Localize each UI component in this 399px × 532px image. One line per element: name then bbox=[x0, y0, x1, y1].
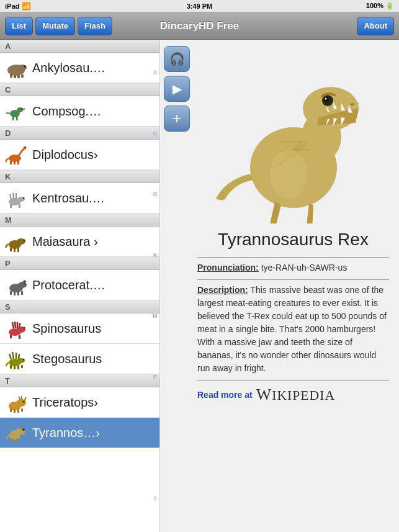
svg-rect-12 bbox=[16, 117, 18, 120]
svg-rect-40 bbox=[10, 335, 12, 338]
list-button[interactable]: List bbox=[5, 17, 33, 35]
svg-point-32 bbox=[24, 282, 26, 284]
kentrosaurus-label: Kentrosau.… bbox=[32, 191, 153, 205]
read-more-link[interactable]: Read more at bbox=[197, 390, 253, 400]
list-item-compsognathus[interactable]: Compsog.… bbox=[0, 96, 159, 127]
maiasaura-icon bbox=[5, 230, 27, 253]
mutate-button[interactable]: Mutate bbox=[35, 17, 75, 35]
protoceratops-svg bbox=[5, 274, 27, 296]
scroll-t[interactable]: T bbox=[153, 496, 157, 502]
wifi-icon: 📶 bbox=[22, 2, 31, 11]
diplodocus-icon bbox=[5, 143, 27, 166]
list-item-maiasaura[interactable]: Maiasaura › bbox=[0, 227, 159, 257]
nav-bar: List Mutate Flash DincaryHD Free About bbox=[0, 12, 399, 40]
wikipedia-link-row: Read more at WIKIPEDIA bbox=[197, 385, 389, 404]
tyrannosaurus-label: Tyrannos…› bbox=[32, 426, 153, 440]
svg-rect-23 bbox=[19, 204, 20, 208]
detail-content: Tyrannosaurus Rex Pronunciation: tye-RAN… bbox=[160, 40, 399, 532]
svg-rect-52 bbox=[10, 408, 12, 412]
ankylosaurus-icon bbox=[5, 56, 27, 79]
svg-rect-41 bbox=[19, 335, 20, 339]
battery-icon: 🔋 bbox=[385, 2, 394, 9]
section-header-d: D bbox=[0, 127, 159, 140]
compsognathus-icon bbox=[5, 100, 27, 122]
action-bar: 🎧 ▶ + bbox=[160, 40, 194, 138]
scroll-p[interactable]: P bbox=[153, 374, 157, 380]
ipad-label: iPad bbox=[5, 2, 19, 10]
status-bar: iPad 📶 3:49 PM 100% 🔋 bbox=[0, 0, 399, 12]
triceratops-label: Triceratops› bbox=[32, 395, 153, 410]
svg-rect-35 bbox=[17, 292, 19, 295]
description-row: Description: This massive beast was one … bbox=[197, 284, 389, 375]
scroll-c[interactable]: C bbox=[153, 131, 158, 137]
stegosaurus-icon bbox=[5, 348, 27, 370]
description-value: This massive beast was one of the larges… bbox=[197, 285, 387, 373]
protoceratops-label: Protocerat.… bbox=[32, 278, 153, 292]
svg-point-68 bbox=[270, 149, 307, 199]
pronunciation-row: Pronunciation: tye-RAN-uh-SAWR-us bbox=[197, 261, 389, 274]
stegosaurus-svg bbox=[5, 348, 27, 370]
pronunciation-value: tye-RAN-uh-SAWR-us bbox=[259, 263, 347, 273]
list-item-ankylosaurus[interactable]: Ankylosau.… bbox=[0, 53, 159, 83]
scroll-d[interactable]: D bbox=[153, 192, 158, 197]
list-item-spinosaurus[interactable]: Spinosaurus bbox=[0, 313, 159, 344]
wikipedia-wordmark[interactable]: WIKIPEDIA bbox=[256, 385, 335, 404]
scroll-m[interactable]: M bbox=[153, 313, 158, 319]
sidebar: A Ankylosau.… C bbox=[0, 40, 160, 532]
svg-rect-11 bbox=[12, 117, 14, 120]
section-header-a: A bbox=[0, 40, 159, 53]
svg-rect-17 bbox=[14, 161, 16, 165]
svg-rect-16 bbox=[10, 161, 12, 165]
stegosaurus-label: Stegosaurus bbox=[32, 352, 153, 366]
flash-button[interactable]: Flash bbox=[78, 17, 112, 35]
section-header-p: P bbox=[0, 257, 159, 270]
svg-point-51 bbox=[23, 401, 25, 403]
triceratops-svg bbox=[5, 391, 27, 413]
diplodocus-svg bbox=[5, 143, 27, 166]
svg-rect-27 bbox=[10, 248, 12, 251]
svg-rect-48 bbox=[21, 365, 23, 368]
scroll-s[interactable]: S bbox=[153, 435, 157, 441]
svg-rect-29 bbox=[17, 248, 19, 252]
divider-1 bbox=[197, 257, 389, 258]
list-item-stegosaurus[interactable]: Stegosaurus bbox=[0, 344, 159, 374]
svg-rect-6 bbox=[21, 74, 24, 78]
scroll-k[interactable]: K bbox=[153, 253, 157, 258]
spinosaurus-icon bbox=[5, 317, 27, 340]
svg-rect-22 bbox=[10, 204, 12, 208]
svg-rect-36 bbox=[21, 291, 23, 295]
section-header-t: T bbox=[0, 374, 159, 387]
list-item-triceratops[interactable]: Triceratops› bbox=[0, 387, 159, 418]
list-item-diplodocus[interactable]: Diplodocus› bbox=[0, 140, 159, 170]
add-button[interactable]: + bbox=[164, 106, 190, 132]
svg-point-44 bbox=[23, 359, 25, 361]
scroll-a[interactable]: A bbox=[153, 70, 157, 76]
svg-rect-53 bbox=[14, 409, 16, 413]
pronunciation-label: Pronunciation: bbox=[197, 263, 259, 273]
battery-label: 100% bbox=[366, 2, 383, 9]
divider-3 bbox=[197, 380, 389, 381]
protoceratops-icon bbox=[5, 274, 27, 296]
play-button[interactable]: ▶ bbox=[164, 76, 190, 102]
compsognathus-svg bbox=[5, 100, 27, 122]
svg-point-67 bbox=[351, 103, 354, 106]
scroll-index: A C D K M P S T bbox=[151, 40, 159, 532]
about-button[interactable]: About bbox=[357, 17, 394, 35]
status-left: iPad 📶 bbox=[5, 2, 31, 11]
nav-title: DincaryHD Free bbox=[160, 20, 240, 32]
svg-rect-18 bbox=[17, 161, 19, 165]
section-header-k: K bbox=[0, 170, 159, 183]
list-item-tyrannosaurus[interactable]: Tyrannos…› bbox=[0, 418, 159, 448]
list-item-kentrosaurus[interactable]: Kentrosau.… bbox=[0, 183, 159, 214]
tyrannosaurus-icon-small bbox=[5, 422, 27, 444]
list-item-protoceratops[interactable]: Protocerat.… bbox=[0, 270, 159, 300]
headphones-button[interactable]: 🎧 bbox=[164, 46, 190, 72]
section-header-s: S bbox=[0, 300, 159, 313]
svg-rect-54 bbox=[17, 409, 19, 413]
svg-rect-34 bbox=[14, 292, 16, 295]
svg-line-10 bbox=[22, 109, 25, 110]
svg-point-15 bbox=[25, 147, 26, 148]
svg-rect-47 bbox=[17, 366, 19, 369]
dino-name: Tyrannosaurus Rex bbox=[197, 230, 389, 250]
ankylosaurus-svg bbox=[5, 56, 27, 79]
